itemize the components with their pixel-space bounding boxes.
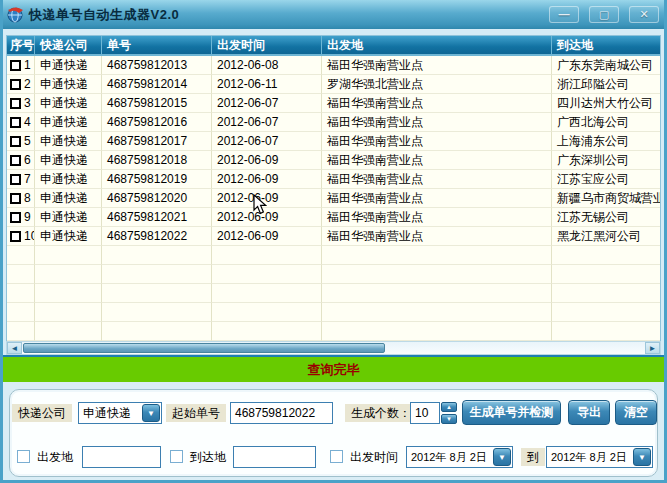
chevron-down-icon[interactable]: ▼ (493, 448, 511, 466)
row-checkbox[interactable] (10, 155, 21, 166)
row-checkbox[interactable] (10, 174, 21, 185)
export-button[interactable]: 导出 (568, 400, 610, 425)
row-depart-date (212, 265, 322, 284)
row-company: 申通快递 (35, 189, 102, 208)
count-input[interactable]: 10 (410, 402, 440, 424)
row-depart-date: 2012-06-07 (212, 94, 322, 113)
shipment-table: 序号 快递公司 单号 出发时间 出发地 到达地 1 申通快递 468759812… (6, 35, 661, 341)
row-seq: 4 (24, 115, 31, 129)
spin-down-icon[interactable]: ▼ (441, 414, 457, 424)
row-seq: 5 (24, 134, 31, 148)
table-row[interactable]: 8 申通快递 468759812020 2012-06-09 福田华强南营业点 … (7, 189, 660, 208)
row-tracking-number: 468759812015 (102, 94, 212, 113)
row-destination (552, 284, 660, 303)
table-row[interactable]: 6 申通快递 468759812018 2012-06-09 福田华强南营业点 … (7, 151, 660, 170)
row-checkbox[interactable] (10, 98, 21, 109)
row-company: 申通快递 (35, 94, 102, 113)
title-bar[interactable]: 快递单号自动生成器V2.0 — ▢ ✕ (0, 0, 667, 29)
row-depart-date: 2012-06-09 (212, 170, 322, 189)
row-seq-cell: 7 (7, 170, 35, 189)
col-header-dest[interactable]: 到达地 (552, 36, 660, 54)
date-from-value: 2012年 8月 2日 (411, 451, 487, 463)
scroll-left-icon[interactable]: ◄ (7, 342, 22, 354)
table-row[interactable]: 9 申通快递 468759812021 2012-06-09 福田华强南营业点 … (7, 208, 660, 227)
origin-label: 出发地 (31, 448, 79, 466)
row-company (35, 322, 102, 341)
row-seq-cell: 8 (7, 189, 35, 208)
table-row[interactable]: 3 申通快递 468759812015 2012-06-07 福田华强南营业点 … (7, 94, 660, 113)
row-seq: 3 (24, 96, 31, 110)
row-checkbox[interactable] (10, 60, 21, 71)
date-from-select[interactable]: 2012年 8月 2日 ▼ (406, 446, 513, 468)
row-tracking-number: 468759812022 (102, 227, 212, 246)
row-depart-date: 2012-06-09 (212, 227, 322, 246)
dest-label: 到达地 (184, 448, 232, 466)
time-checkbox[interactable] (330, 450, 343, 463)
row-destination: 新疆乌市商贸城营业 (552, 189, 660, 208)
dest-input[interactable] (233, 446, 316, 468)
row-tracking-number (102, 303, 212, 322)
scroll-right-icon[interactable]: ► (645, 342, 660, 354)
row-seq-cell (7, 246, 35, 265)
row-checkbox[interactable] (10, 231, 21, 242)
minimize-button[interactable]: — (549, 6, 579, 23)
clear-button[interactable]: 清空 (615, 400, 657, 425)
row-seq-cell: 4 (7, 113, 35, 132)
col-header-date[interactable]: 出发时间 (212, 36, 322, 54)
row-depart-date (212, 246, 322, 265)
start-number-input[interactable]: 468759812022 (230, 402, 333, 424)
row-checkbox[interactable] (10, 193, 21, 204)
table-row[interactable]: 1 申通快递 468759812013 2012-06-08 福田华强南营业点 … (7, 56, 660, 75)
table-header-row: 序号 快递公司 单号 出发时间 出发地 到达地 (7, 36, 660, 56)
col-header-number[interactable]: 单号 (102, 36, 212, 54)
table-row (7, 303, 660, 322)
close-button[interactable]: ✕ (629, 6, 659, 23)
horizontal-scrollbar[interactable]: ◄ ► (6, 341, 661, 355)
col-header-seq[interactable]: 序号 (7, 36, 35, 54)
row-destination: 江苏宝应公司 (552, 170, 660, 189)
spin-up-icon[interactable]: ▲ (441, 402, 457, 412)
row-depart-date (212, 303, 322, 322)
row-seq-cell (7, 322, 35, 341)
count-label: 生成个数： (345, 404, 417, 422)
row-company: 申通快递 (35, 132, 102, 151)
origin-checkbox[interactable] (17, 450, 30, 463)
row-checkbox[interactable] (10, 212, 21, 223)
row-origin: 福田华强南营业点 (322, 94, 552, 113)
count-stepper: ▲ ▼ (441, 402, 457, 424)
date-to-select[interactable]: 2012年 8月 2日 ▼ (546, 446, 653, 468)
table-row[interactable]: 7 申通快递 468759812019 2012-06-09 福田华强南营业点 … (7, 170, 660, 189)
row-tracking-number (102, 265, 212, 284)
row-destination (552, 322, 660, 341)
row-seq-cell: 1 (7, 56, 35, 75)
table-row[interactable]: 10 申通快递 468759812022 2012-06-09 福田华强南营业点… (7, 227, 660, 246)
row-company (35, 303, 102, 322)
row-company: 申通快递 (35, 56, 102, 75)
row-company (35, 265, 102, 284)
row-tracking-number: 468759812019 (102, 170, 212, 189)
row-tracking-number: 468759812020 (102, 189, 212, 208)
origin-input[interactable] (82, 446, 161, 468)
dest-checkbox[interactable] (170, 450, 183, 463)
generate-button[interactable]: 生成单号并检测 (462, 400, 561, 425)
table-row[interactable]: 2 申通快递 468759812014 2012-06-11 罗湖华强北营业点 … (7, 75, 660, 94)
row-origin: 福田华强南营业点 (322, 56, 552, 75)
col-header-origin[interactable]: 出发地 (322, 36, 552, 54)
col-header-company[interactable]: 快递公司 (35, 36, 102, 54)
row-company (35, 246, 102, 265)
table-row[interactable]: 5 申通快递 468759812017 2012-06-07 福田华强南营业点 … (7, 132, 660, 151)
chevron-down-icon[interactable]: ▼ (142, 404, 160, 422)
maximize-button[interactable]: ▢ (589, 6, 619, 23)
table-row[interactable]: 4 申通快递 468759812016 2012-06-07 福田华强南营业点 … (7, 113, 660, 132)
row-checkbox[interactable] (10, 117, 21, 128)
scrollbar-thumb[interactable] (23, 343, 385, 353)
row-checkbox[interactable] (10, 79, 21, 90)
status-text: 查询完毕 (308, 361, 360, 379)
row-tracking-number (102, 246, 212, 265)
row-checkbox[interactable] (10, 136, 21, 147)
row-tracking-number: 468759812013 (102, 56, 212, 75)
app-logo-icon (7, 6, 24, 23)
company-select[interactable]: 申通快递 ▼ (78, 402, 162, 424)
chevron-down-icon[interactable]: ▼ (633, 448, 651, 466)
row-tracking-number: 468759812016 (102, 113, 212, 132)
